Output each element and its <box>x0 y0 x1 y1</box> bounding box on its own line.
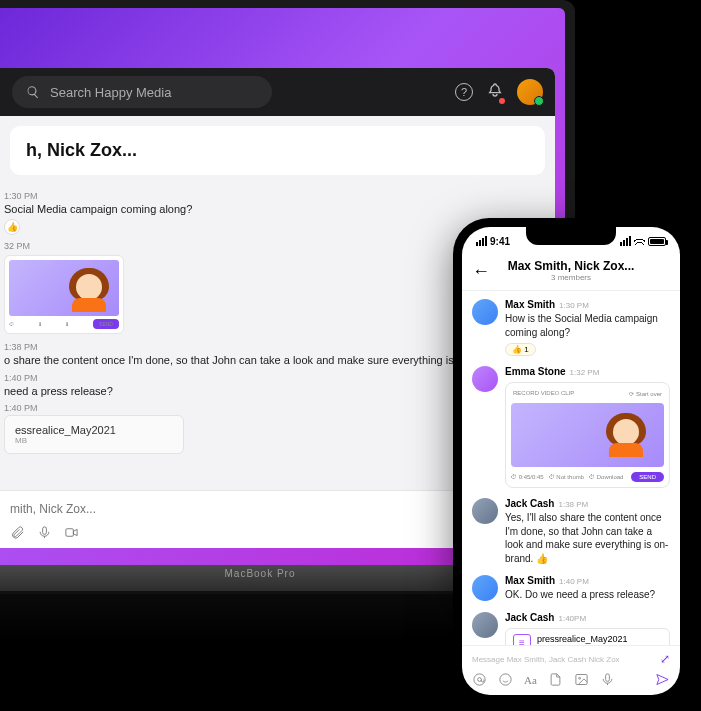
send-clip-button[interactable]: SEND <box>93 319 119 329</box>
svg-rect-7 <box>605 674 609 682</box>
search-input[interactable]: Search Happy Media <box>12 76 272 108</box>
file-icon: ≡ <box>513 634 531 646</box>
desktop-topbar: Search Happy Media ? <box>0 68 555 116</box>
message-time: 1:40 PM <box>559 577 589 586</box>
mic-icon[interactable] <box>600 672 615 687</box>
user-avatar[interactable] <box>517 79 543 105</box>
sender-name: Max Smith <box>505 299 555 310</box>
chat-subtitle: 3 members <box>472 273 670 282</box>
signal-icon <box>476 236 487 246</box>
avatar[interactable] <box>472 299 498 325</box>
svg-rect-0 <box>43 527 47 535</box>
send-icon[interactable] <box>655 672 670 687</box>
signal-icon <box>620 236 631 246</box>
phone-mockup: 9:41 ← Max Smith, Nick Zox... 3 members … <box>453 218 689 704</box>
svg-point-6 <box>579 677 581 679</box>
compose-placeholder[interactable]: Message Max Smith, Jack Cash Nick Zox <box>472 655 620 664</box>
back-icon[interactable]: ← <box>472 261 490 282</box>
svg-rect-5 <box>576 675 587 685</box>
message-time: 1:32 PM <box>570 368 600 377</box>
svg-point-3 <box>478 678 482 682</box>
search-icon <box>26 85 40 99</box>
help-icon[interactable]: ? <box>455 83 473 101</box>
message-text: OK. Do we need a press release? <box>505 588 670 602</box>
message-row: Emma Stone1:32 PMRECORD VIDEO CLIP⟳ Star… <box>472 366 670 488</box>
expand-icon[interactable]: ⤢ <box>660 652 670 666</box>
emoji-icon[interactable] <box>498 672 513 687</box>
message-time: 1:40PM <box>558 614 586 623</box>
file-attachment[interactable]: ≡pressrealice_May202111.2 MB <box>505 628 670 646</box>
attach-icon[interactable] <box>10 525 25 540</box>
chat-title: Max Smith, Nick Zox... <box>472 259 670 273</box>
avatar[interactable] <box>472 612 498 638</box>
phone-chat-header: ← Max Smith, Nick Zox... 3 members <box>462 255 680 291</box>
message-text: Yes, I'll also share the content once I'… <box>505 511 670 565</box>
battery-icon <box>648 237 666 246</box>
message-row: Max Smith1:30 PMHow is the Social Media … <box>472 299 670 356</box>
search-placeholder: Search Happy Media <box>50 85 171 100</box>
sender-name: Jack Cash <box>505 498 554 509</box>
avatar[interactable] <box>472 575 498 601</box>
message-time: 1:38 PM <box>558 500 588 509</box>
chat-header-title: h, Nick Zox... <box>10 126 545 175</box>
document-icon[interactable] <box>548 672 563 687</box>
message-text: Social Media campaign coming along? <box>4 203 545 215</box>
mention-icon[interactable] <box>472 672 487 687</box>
send-clip-button[interactable]: SEND <box>631 472 664 482</box>
reaction-icon[interactable]: 👍 <box>4 219 20 235</box>
message-row: Max Smith1:40 PMOK. Do we need a press r… <box>472 575 670 602</box>
sender-name: Jack Cash <box>505 612 554 623</box>
avatar[interactable] <box>472 366 498 392</box>
wifi-icon <box>634 237 645 245</box>
svg-point-4 <box>500 674 511 685</box>
phone-message-list: Max Smith1:30 PMHow is the Social Media … <box>462 291 680 645</box>
image-icon[interactable] <box>574 672 589 687</box>
phone-compose: Message Max Smith, Jack Cash Nick Zox ⤢ … <box>462 645 680 695</box>
sender-name: Max Smith <box>505 575 555 586</box>
video-clip-card[interactable]: RECORD VIDEO CLIP⟳ Start over⏱ 0:45/0:45… <box>505 382 670 488</box>
svg-rect-1 <box>66 529 74 537</box>
video-icon[interactable] <box>64 525 79 540</box>
message-row: Jack Cash1:40PM≡pressrealice_May202111.2… <box>472 612 670 646</box>
video-clip-card[interactable]: ⏱⬇⬇ SEND <box>4 255 124 334</box>
message-time: 1:30 PM <box>559 301 589 310</box>
message-row: Jack Cash1:38 PMYes, I'll also share the… <box>472 498 670 565</box>
sender-name: Emma Stone <box>505 366 566 377</box>
reaction-chip[interactable]: 👍 1 <box>505 343 536 356</box>
notifications-icon[interactable] <box>487 82 503 102</box>
mic-icon[interactable] <box>37 525 52 540</box>
format-icon[interactable]: Aa <box>524 674 537 686</box>
avatar[interactable] <box>472 498 498 524</box>
file-attachment[interactable]: essrealice_May2021 MB <box>4 415 184 454</box>
message-text: How is the Social Media campaign coming … <box>505 312 670 339</box>
status-clock: 9:41 <box>490 236 510 247</box>
